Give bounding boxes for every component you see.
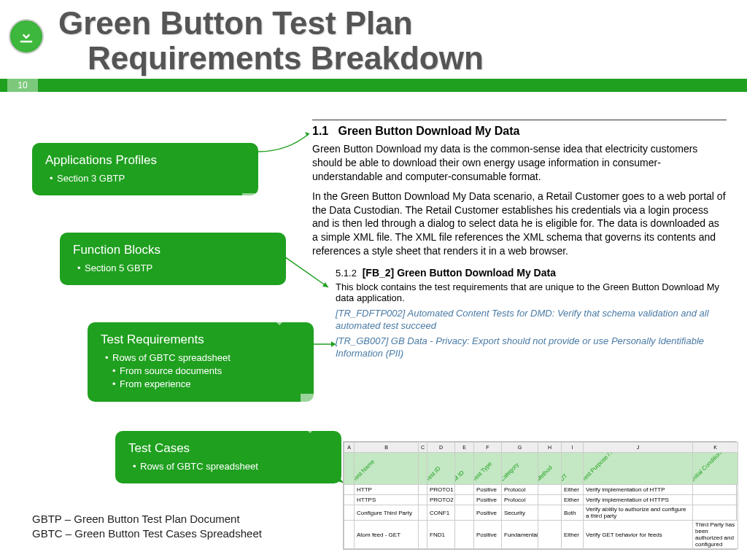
table-row: HTTPSPROTO2PositiveProtocolEitherVerify …: [344, 495, 738, 505]
title-line1: Green Button Test Plan: [58, 6, 484, 41]
table-row: HTTPPROTO1PositiveProtocolEitherVerify i…: [344, 485, 738, 495]
page-number: 10: [7, 79, 38, 92]
step-heading: Test Requirements: [101, 332, 301, 347]
step-function-blocks: Function Blocks Section 5 GBTP: [60, 233, 286, 285]
down-arrow-icon: [233, 193, 270, 234]
subsection-paragraph: This block contains the test requirement…: [336, 281, 727, 303]
section-paragraph: Green Button Download my data is the com…: [312, 142, 727, 184]
step-bullet: Rows of GBTC spreadsheet: [133, 460, 328, 473]
step-bullet: Section 5 GBTP: [77, 262, 273, 275]
test-requirement-link: [TR_FDFTP002] Automated Content Tests fo…: [336, 308, 727, 332]
step-heading: Applications Profiles: [45, 153, 245, 168]
slide-title: Green Button Test Plan Requirements Brea…: [58, 6, 484, 77]
title-line2: Requirements Breakdown: [88, 41, 484, 76]
table-row: ABCDEFGHIJK: [344, 443, 738, 453]
title-bar: [0, 79, 747, 92]
spreadsheet-preview: ABCDEFGHIJK Test NameTest IDM IDTest Typ…: [343, 441, 737, 550]
table-row: Test NameTest IDM IDTest TypeCategoryMet…: [344, 453, 738, 485]
step-subbullet: From source documents: [105, 365, 301, 378]
down-arrow-icon: [261, 286, 298, 327]
step-test-cases: Test Cases Rows of GBTC spreadsheet: [115, 431, 341, 483]
down-arrow-icon: [292, 394, 328, 435]
step-heading: Function Blocks: [73, 243, 273, 257]
subsection-title: 5.1.2 [FB_2] Green Button Download My Da…: [336, 267, 727, 279]
table-row: Configure Third PartyCONF1PositiveSecuri…: [344, 505, 738, 521]
test-requirement-link: [TR_GB007] GB Data - Privacy: Export sho…: [336, 335, 727, 360]
section-divider: [312, 120, 727, 120]
step-applications-profiles: Applications Profiles Section 3 GBTP: [32, 143, 258, 195]
abbr-line: GBTC – Green Button Test Cases Spreadshe…: [32, 526, 262, 541]
step-test-requirements: Test Requirements Rows of GBTC spreadshe…: [88, 322, 314, 402]
right-content: 1.1 Green Button Download My Data Green …: [312, 120, 727, 363]
step-bullet: Section 3 GBTP: [50, 172, 245, 185]
section-paragraph: In the Green Button Download My Data sce…: [312, 190, 727, 258]
step-bullet: Rows of GBTC spreadsheet: [105, 351, 301, 365]
table-row: Atom feed - GETFND1PositiveFundamentalEi…: [344, 521, 738, 549]
connector-arrow-icon: [258, 130, 317, 159]
abbr-line: GBTP – Green Button Test Plan Document: [32, 512, 262, 526]
section-5-1-2: 5.1.2 [FB_2] Green Button Download My Da…: [336, 267, 727, 360]
abbreviations: GBTP – Green Button Test Plan Document G…: [32, 512, 262, 540]
section-1-1-title: 1.1 Green Button Download My Data: [312, 125, 727, 138]
step-subbullet: From experience: [105, 378, 301, 391]
step-heading: Test Cases: [128, 441, 328, 456]
download-icon: [9, 19, 44, 54]
